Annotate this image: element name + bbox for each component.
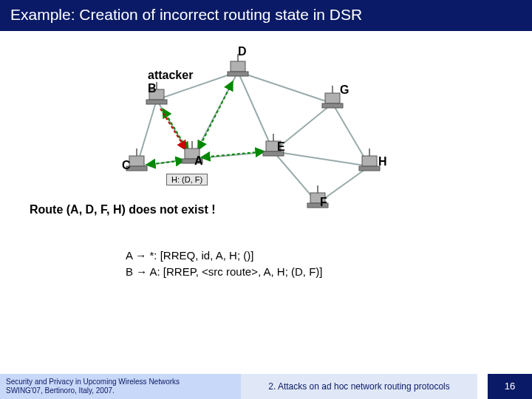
label-D: D [238,45,247,58]
footer-page: 16 [488,374,532,399]
svg-line-13 [273,151,369,166]
label-B: B [148,82,157,95]
attacker-label: attacker [148,69,193,82]
label-H: H [378,155,387,168]
statement: Route (A, D, F, H) does not exist ! [30,203,216,216]
footer: Security and Privacy in Upcoming Wireles… [0,374,532,399]
label-F: F [320,196,327,209]
label-G: G [340,83,349,97]
route-cache-A: H: (D, F) [166,174,208,185]
footer-left-line1: Security and Privacy in Upcoming Wireles… [6,378,180,386]
msg-rreq: A → *: [RREQ, id, A, H; ()] [126,248,322,264]
svg-line-10 [238,72,332,103]
diagram: attacker B D G C A E H F H: (D, F) [111,41,421,218]
label-C: C [122,159,131,172]
network-svg [111,41,421,218]
msg-rrep: B → A: [RREP, <src route>, A, H; (D, F)] [126,264,322,280]
footer-left: Security and Privacy in Upcoming Wireles… [0,374,241,399]
label-E: E [277,140,285,154]
protocol-messages: A → *: [RREQ, id, A, H; ()] B → A: [RREP… [126,248,322,280]
rrep-arrow [160,109,186,150]
footer-left-line2: SWING'07, Bertinoro, Italy, 2007. [6,386,115,395]
svg-line-9 [238,72,273,151]
label-A: A [194,154,203,168]
slide: Example: Creation of incorrect routing s… [0,0,532,399]
node-H-icon [359,149,380,171]
footer-mid: 2. Attacks on ad hoc network routing pro… [241,374,477,399]
page-title: Example: Creation of incorrect routing s… [0,0,532,31]
